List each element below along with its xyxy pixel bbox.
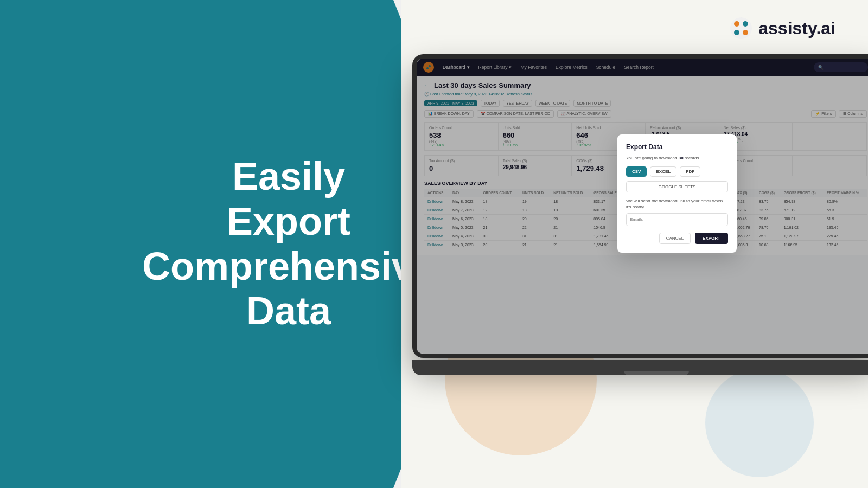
dialog-email-info: We will send the download link to your e… (626, 198, 728, 210)
dialog-title: Export Data (626, 143, 728, 151)
dashboard-ui: Dashboard ▾ Report Library ▾ My Favorite… (417, 59, 868, 354)
email-input[interactable] (626, 213, 728, 226)
csv-button[interactable]: CSV (626, 166, 647, 177)
hero-line4: Data (142, 289, 435, 334)
logo-text: assisty.ai (758, 18, 835, 38)
laptop-base (412, 360, 868, 375)
svg-point-1 (734, 21, 739, 27)
cancel-button[interactable]: CANCEL (659, 233, 691, 244)
hero-line2: Export (142, 199, 435, 244)
google-sheets-button[interactable]: GOOGLE SHEETS (626, 181, 728, 192)
svg-point-3 (734, 30, 739, 35)
dialog-overlay: Export Data You are going to download 30… (417, 59, 868, 354)
format-buttons: CSV EXCEL PDF (626, 166, 728, 177)
hero-line3: Comprehensive (142, 244, 435, 289)
logo-area: assisty.ai (729, 16, 835, 40)
assisty-logo-icon (729, 16, 753, 40)
svg-point-4 (743, 30, 748, 35)
hero-line1: Easily (142, 154, 435, 199)
dialog-description: You are going to download 30 records (626, 155, 728, 161)
laptop-body: Dashboard ▾ Report Library ▾ My Favorite… (412, 54, 868, 358)
pdf-button[interactable]: PDF (680, 166, 700, 177)
export-dialog: Export Data You are going to download 30… (617, 134, 737, 253)
hero-text: Easily Export Comprehensive Data (142, 154, 435, 333)
svg-point-0 (730, 17, 752, 39)
dialog-actions: CANCEL EXPORT (626, 233, 728, 244)
excel-button[interactable]: EXCEL (650, 166, 676, 177)
export-button[interactable]: EXPORT (695, 233, 728, 244)
laptop-mockup: Dashboard ▾ Report Library ▾ My Favorite… (412, 54, 868, 434)
laptop-screen: Dashboard ▾ Report Library ▾ My Favorite… (417, 59, 868, 354)
svg-point-2 (743, 21, 748, 27)
hero-section: Easily Export Comprehensive Data (0, 0, 401, 488)
right-section: assisty.ai (401, 0, 868, 488)
